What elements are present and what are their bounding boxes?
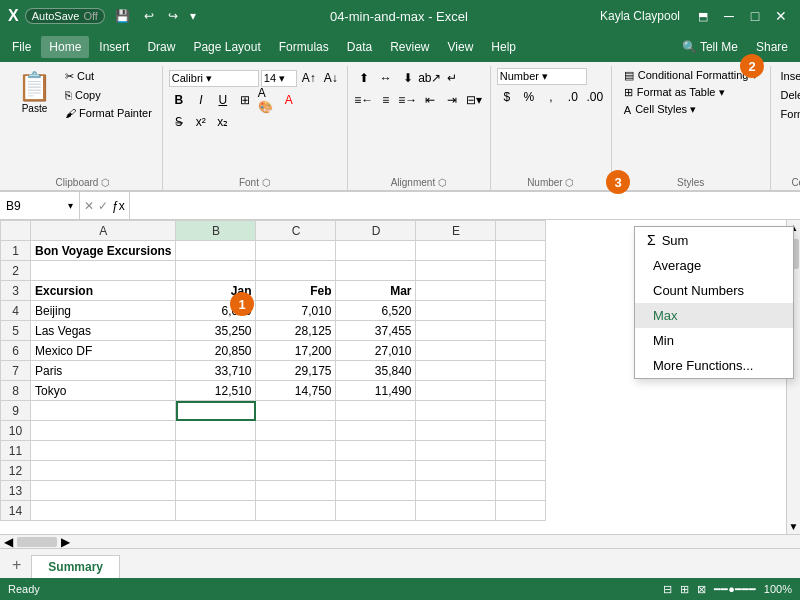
cell-D13[interactable]: [336, 481, 416, 501]
cell-E2[interactable]: [416, 261, 496, 281]
font-color-btn[interactable]: A: [279, 90, 299, 110]
scroll-h-thumb[interactable]: [17, 537, 57, 547]
cell-E9[interactable]: [416, 401, 496, 421]
sum-menu-sum[interactable]: Σ Sum: [635, 227, 793, 253]
minimize-btn[interactable]: ─: [718, 5, 740, 27]
sheet-tab-summary[interactable]: Summary: [31, 555, 120, 578]
cell-B13[interactable]: [176, 481, 256, 501]
cell-styles-btn[interactable]: A Cell Styles ▾: [618, 102, 702, 117]
col-header-E[interactable]: E: [416, 221, 496, 241]
maximize-btn[interactable]: □: [744, 5, 766, 27]
align-middle-btn[interactable]: ↔: [376, 68, 396, 88]
cell-D12[interactable]: [336, 461, 416, 481]
merge-btn[interactable]: ⊟▾: [464, 90, 484, 110]
cell-C12[interactable]: [256, 461, 336, 481]
row-header-6[interactable]: 6: [1, 341, 31, 361]
cell-C9[interactable]: [256, 401, 336, 421]
page-layout-btn[interactable]: ⊞: [680, 583, 689, 596]
cell-C5[interactable]: 28,125: [256, 321, 336, 341]
cell-E14[interactable]: [416, 501, 496, 521]
increase-decimal-btn[interactable]: .00: [585, 87, 605, 107]
sum-menu-more[interactable]: More Functions...: [635, 353, 793, 378]
cell-B9[interactable]: [176, 401, 256, 421]
toolbar-save[interactable]: 💾: [111, 7, 134, 25]
cell-D5[interactable]: 37,455: [336, 321, 416, 341]
row-header-10[interactable]: 10: [1, 421, 31, 441]
col-header-C[interactable]: C: [256, 221, 336, 241]
cell-D14[interactable]: [336, 501, 416, 521]
ribbon-display-btn[interactable]: ⬒: [692, 5, 714, 27]
cell-B7[interactable]: 33,710: [176, 361, 256, 381]
cell-B12[interactable]: [176, 461, 256, 481]
cell-D3[interactable]: Mar: [336, 281, 416, 301]
page-break-btn[interactable]: ⊠: [697, 583, 706, 596]
cell-E12[interactable]: [416, 461, 496, 481]
cell-D9[interactable]: [336, 401, 416, 421]
cell-D11[interactable]: [336, 441, 416, 461]
cell-E10[interactable]: [416, 421, 496, 441]
scroll-down-btn[interactable]: ▼: [787, 519, 800, 534]
border-btn[interactable]: ⊞: [235, 90, 255, 110]
col-header-B[interactable]: B: [176, 221, 256, 241]
cell-C10[interactable]: [256, 421, 336, 441]
align-bottom-btn[interactable]: ⬇: [398, 68, 418, 88]
cell-D7[interactable]: 35,840: [336, 361, 416, 381]
cell-E11[interactable]: [416, 441, 496, 461]
cell-B2[interactable]: [176, 261, 256, 281]
number-format-select[interactable]: Number ▾: [497, 68, 587, 85]
scroll-left-btn[interactable]: ◀: [0, 535, 17, 549]
cell-A13[interactable]: [31, 481, 176, 501]
cell-D6[interactable]: 27,010: [336, 341, 416, 361]
cell-D4[interactable]: 6,520: [336, 301, 416, 321]
cell-D1[interactable]: [336, 241, 416, 261]
cell-E4[interactable]: [416, 301, 496, 321]
cell-A1[interactable]: Bon Voyage Excursions: [31, 241, 176, 261]
wrap-text-btn[interactable]: ↵: [442, 68, 462, 88]
sum-menu-count[interactable]: Count Numbers: [635, 278, 793, 303]
cell-A14[interactable]: [31, 501, 176, 521]
sum-menu-average[interactable]: Average: [635, 253, 793, 278]
menu-file[interactable]: File: [4, 36, 39, 58]
cell-A12[interactable]: [31, 461, 176, 481]
scroll-right-btn[interactable]: ▶: [57, 535, 74, 549]
cancel-formula-btn[interactable]: ✕: [84, 199, 94, 213]
cell-B14[interactable]: [176, 501, 256, 521]
cell-C3[interactable]: Feb: [256, 281, 336, 301]
currency-btn[interactable]: $: [497, 87, 517, 107]
cell-D10[interactable]: [336, 421, 416, 441]
col-header-D[interactable]: D: [336, 221, 416, 241]
cell-A6[interactable]: Mexico DF: [31, 341, 176, 361]
menu-help[interactable]: Help: [483, 36, 524, 58]
cell-B10[interactable]: [176, 421, 256, 441]
cell-D2[interactable]: [336, 261, 416, 281]
row-header-9[interactable]: 9: [1, 401, 31, 421]
align-right-btn[interactable]: ≡→: [398, 90, 418, 110]
cell-C2[interactable]: [256, 261, 336, 281]
row-header-4[interactable]: 4: [1, 301, 31, 321]
percent-btn[interactable]: %: [519, 87, 539, 107]
row-header-12[interactable]: 12: [1, 461, 31, 481]
format-as-table-btn[interactable]: ⊞ Format as Table ▾: [618, 85, 731, 100]
cell-C11[interactable]: [256, 441, 336, 461]
cell-reference-box[interactable]: B9 ▾: [0, 192, 80, 219]
row-header-13[interactable]: 13: [1, 481, 31, 501]
align-left-btn[interactable]: ≡←: [354, 90, 374, 110]
cell-B1[interactable]: [176, 241, 256, 261]
row-header-5[interactable]: 5: [1, 321, 31, 341]
autosave-control[interactable]: AutoSave Off: [25, 8, 105, 24]
cell-C13[interactable]: [256, 481, 336, 501]
confirm-formula-btn[interactable]: ✓: [98, 199, 108, 213]
cell-C6[interactable]: 17,200: [256, 341, 336, 361]
cell-E7[interactable]: [416, 361, 496, 381]
normal-view-btn[interactable]: ⊟: [663, 583, 672, 596]
align-center-btn[interactable]: ≡: [376, 90, 396, 110]
tab-add-btn[interactable]: +: [4, 552, 29, 578]
col-header-extra[interactable]: [496, 221, 546, 241]
cell-A4[interactable]: Beijing: [31, 301, 176, 321]
menu-home[interactable]: Home: [41, 36, 89, 58]
cell-C7[interactable]: 29,175: [256, 361, 336, 381]
close-btn[interactable]: ✕: [770, 5, 792, 27]
menu-page-layout[interactable]: Page Layout: [185, 36, 268, 58]
bold-btn[interactable]: B: [169, 90, 189, 110]
decrease-font-btn[interactable]: A↓: [321, 68, 341, 88]
